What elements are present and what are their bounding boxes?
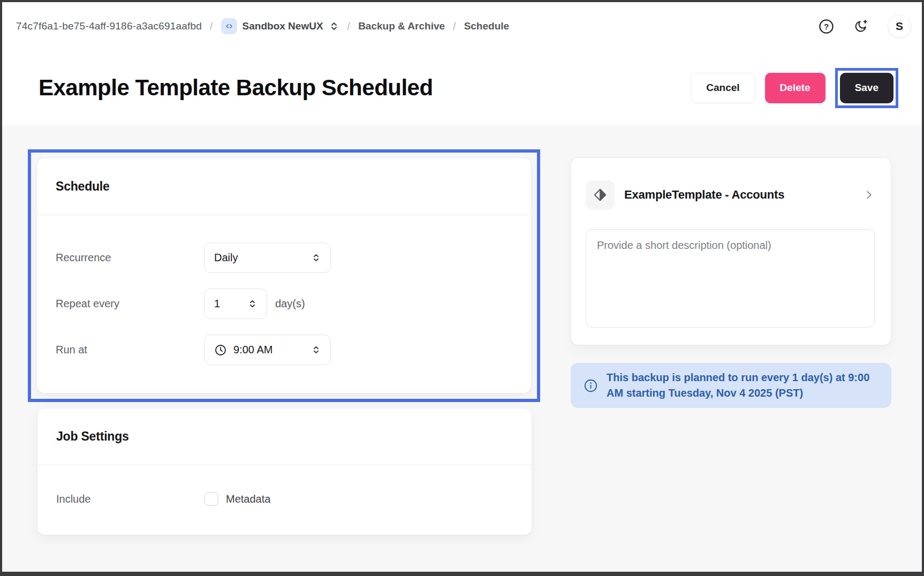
save-button-highlight: Save	[835, 68, 898, 108]
cancel-button[interactable]: Cancel	[691, 73, 755, 103]
schedule-info-text: This backup is planned to run every 1 da…	[607, 370, 878, 401]
chevron-up-down-icon	[248, 299, 257, 308]
chevron-right-icon[interactable]	[863, 189, 875, 201]
top-bar: 74c7f6a1-be75-4aff-9186-a3ac691aafbd / S…	[2, 2, 922, 50]
recurrence-select[interactable]: Daily	[204, 242, 331, 273]
code-brackets-icon	[221, 18, 237, 34]
run-at-time-picker[interactable]: 9:00 AM	[204, 335, 331, 365]
action-buttons: Cancel Delete Save	[691, 68, 898, 108]
page-title: Example Template Backup Scheduled	[39, 75, 433, 101]
recurrence-value: Daily	[214, 252, 238, 264]
top-bar-right: ? S	[819, 14, 911, 38]
run-at-value: 9:00 AM	[233, 344, 272, 356]
title-row: Example Template Backup Scheduled Cancel…	[2, 50, 922, 125]
job-settings-title: Job Settings	[56, 429, 129, 444]
description-input[interactable]	[586, 229, 875, 328]
schedule-card-highlight: Schedule Recurrence Daily	[28, 149, 540, 402]
include-label: Include	[56, 493, 205, 505]
job-settings-form: Include Metadata	[37, 465, 532, 535]
breadcrumb-org-id[interactable]: 74c7f6a1-be75-4aff-9186-a3ac691aafbd	[16, 20, 202, 32]
repeat-every-label: Repeat every	[56, 298, 204, 310]
schedule-form: Recurrence Daily Repeat every	[37, 215, 531, 393]
metadata-checkbox[interactable]	[205, 492, 218, 506]
breadcrumb-separator: /	[347, 20, 351, 33]
chevron-up-down-icon	[312, 253, 321, 262]
repeat-every-unit: day(s)	[275, 298, 305, 310]
help-icon[interactable]: ?	[819, 19, 834, 34]
clock-icon	[214, 344, 227, 357]
schedule-card-title: Schedule	[56, 179, 110, 194]
repeat-every-value: 1	[214, 298, 220, 310]
svg-text:?: ?	[824, 21, 829, 31]
breadcrumb-separator: /	[210, 20, 213, 33]
breadcrumb-separator: /	[453, 20, 456, 33]
metadata-checkbox-label[interactable]: Metadata	[226, 493, 270, 505]
recurrence-row: Recurrence Daily	[56, 242, 512, 273]
dark-mode-moon-icon[interactable]	[853, 19, 868, 34]
user-avatar[interactable]: S	[888, 14, 911, 38]
avatar-initial: S	[896, 20, 903, 33]
breadcrumb: 74c7f6a1-be75-4aff-9186-a3ac691aafbd / S…	[16, 18, 509, 34]
main-content: Schedule Recurrence Daily	[2, 125, 922, 535]
template-header: ExampleTemplate - Accounts	[586, 180, 875, 209]
include-row: Include Metadata	[56, 492, 513, 506]
template-title: ExampleTemplate - Accounts	[624, 188, 784, 202]
app-window: 74c7f6a1-be75-4aff-9186-a3ac691aafbd / S…	[0, 0, 924, 576]
right-column: ExampleTemplate - Accounts This backup i…	[571, 149, 891, 408]
job-settings-card: Job Settings Include Metadata	[37, 408, 532, 535]
schedule-info-banner: This backup is planned to run every 1 da…	[571, 363, 891, 408]
schedule-card: Schedule Recurrence Daily	[36, 158, 532, 393]
template-summary-card: ExampleTemplate - Accounts	[571, 157, 891, 345]
recurrence-label: Recurrence	[56, 252, 204, 264]
schedule-card-header: Schedule	[37, 158, 531, 215]
breadcrumb-section[interactable]: Backup & Archive	[358, 20, 445, 32]
breadcrumb-environment-selector[interactable]: Sandbox NewUX	[221, 18, 339, 34]
repeat-every-row: Repeat every 1 day(s)	[56, 289, 512, 319]
info-circle-icon	[584, 378, 598, 393]
diamond-half-icon	[586, 180, 615, 209]
run-at-row: Run at 9:00 AM	[56, 335, 512, 365]
left-column: Schedule Recurrence Daily	[28, 149, 540, 535]
repeat-every-stepper[interactable]: 1	[204, 289, 267, 319]
save-button[interactable]: Save	[840, 73, 893, 103]
delete-button[interactable]: Delete	[765, 73, 825, 103]
breadcrumb-current-page: Schedule	[464, 20, 509, 32]
chevron-up-down-icon	[329, 21, 339, 32]
page-header: 74c7f6a1-be75-4aff-9186-a3ac691aafbd / S…	[2, 2, 922, 125]
job-settings-header: Job Settings	[37, 408, 532, 465]
chevron-up-down-icon	[312, 345, 321, 354]
breadcrumb-environment-label: Sandbox NewUX	[243, 20, 323, 32]
run-at-label: Run at	[56, 344, 204, 356]
